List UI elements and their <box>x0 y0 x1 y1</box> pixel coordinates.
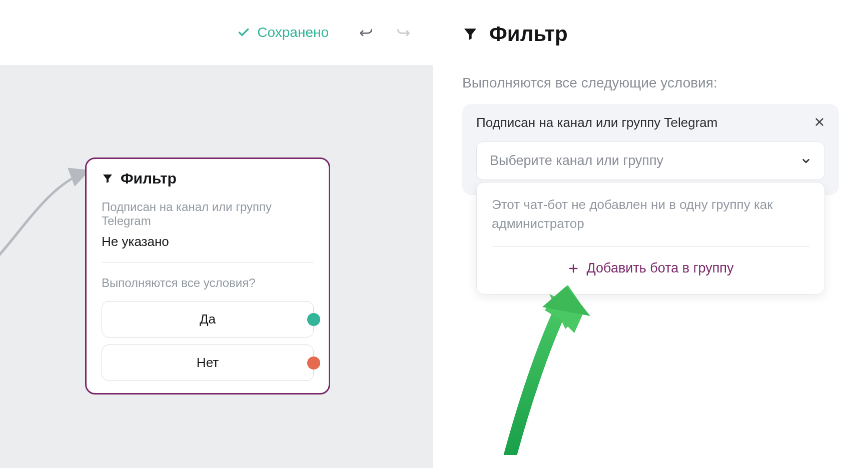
filter-question: Выполняются все условия? <box>102 276 314 290</box>
undo-button[interactable] <box>357 25 375 40</box>
branch-no-label: Нет <box>197 355 219 370</box>
undo-icon <box>359 27 373 37</box>
editor-toolbar: Сохранено <box>0 0 433 65</box>
panel-header: Фильтр <box>462 22 839 46</box>
filter-condition-label: Подписан на канал или группу Telegram <box>102 200 314 228</box>
condition-header: Подписан на канал или группу Telegram <box>476 115 825 130</box>
add-bot-to-group-button[interactable]: Добавить бота в группу <box>492 256 809 281</box>
condition-type-label: Подписан на канал или группу Telegram <box>476 115 717 130</box>
close-icon <box>814 116 825 128</box>
branch-no-port[interactable] <box>307 356 320 370</box>
remove-condition-button[interactable] <box>814 116 825 129</box>
panel-conditions-intro: Выполняются все следующие условия: <box>462 75 839 91</box>
branch-yes-button[interactable]: Да <box>102 301 314 338</box>
saved-status: Сохранено <box>237 24 329 40</box>
filter-icon <box>102 172 114 184</box>
panel-title-text: Фильтр <box>489 22 568 46</box>
divider <box>102 262 314 263</box>
condition-group: Подписан на канал или группу Telegram Вы… <box>462 104 839 195</box>
filter-condition-value: Не указано <box>102 234 314 250</box>
flow-canvas[interactable]: Фильтр Подписан на канал или группу Tele… <box>0 65 433 468</box>
channel-select-popover: Этот чат-бот не добавлен ни в одну групп… <box>476 182 825 294</box>
plus-icon <box>568 263 579 274</box>
chevron-down-icon <box>800 156 811 166</box>
filter-node-card[interactable]: Фильтр Подписан на канал или группу Tele… <box>85 158 330 394</box>
filter-node-title: Фильтр <box>121 170 177 187</box>
filter-node-header: Фильтр <box>102 170 314 187</box>
branch-yes-port[interactable] <box>307 313 320 326</box>
add-bot-label: Добавить бота в группу <box>587 260 734 276</box>
check-icon <box>237 26 250 39</box>
undo-redo-group <box>357 25 413 40</box>
no-groups-message: Этот чат-бот не добавлен ни в одну групп… <box>492 196 809 246</box>
saved-label: Сохранено <box>257 24 329 40</box>
filter-settings-panel: Фильтр Выполняются все следующие условия… <box>433 0 868 468</box>
redo-button[interactable] <box>395 25 413 40</box>
branch-no-button[interactable]: Нет <box>102 344 314 381</box>
channel-select-dropdown[interactable]: Выберите канал или группу <box>476 142 825 180</box>
branch-yes-label: Да <box>200 312 216 326</box>
redo-icon <box>397 27 411 37</box>
dropdown-placeholder: Выберите канал или группу <box>490 153 663 168</box>
filter-icon <box>462 26 478 42</box>
